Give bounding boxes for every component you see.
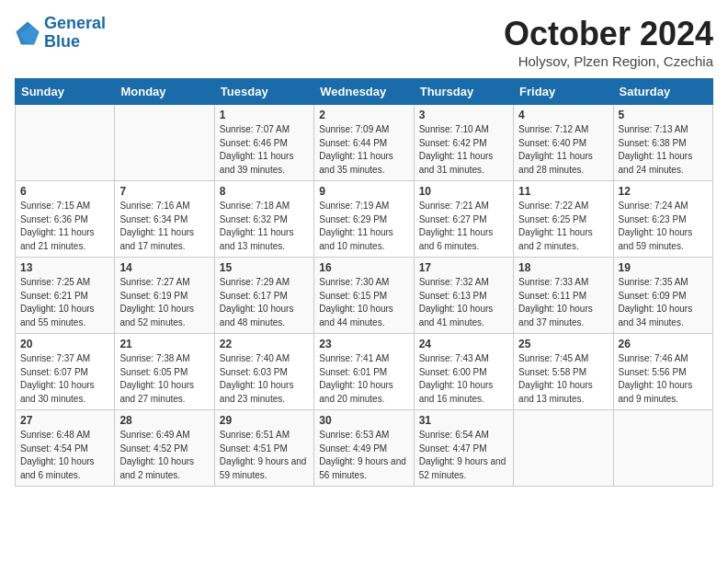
- day-number: 16: [319, 261, 408, 274]
- day-info: Sunrise: 7:13 AMSunset: 6:38 PMDaylight:…: [619, 123, 708, 177]
- calendar-week-row: 1Sunrise: 7:07 AMSunset: 6:46 PMDaylight…: [16, 105, 713, 181]
- logo: General Blue: [15, 15, 106, 52]
- calendar-week-row: 27Sunrise: 6:48 AMSunset: 4:54 PMDayligh…: [16, 410, 713, 487]
- calendar-cell: 11Sunrise: 7:22 AMSunset: 6:25 PMDayligh…: [514, 181, 613, 258]
- calendar-cell: 29Sunrise: 6:51 AMSunset: 4:51 PMDayligh…: [214, 410, 313, 487]
- location-subtitle: Holysov, Plzen Region, Czechia: [504, 53, 713, 69]
- day-number: 10: [419, 185, 508, 198]
- day-info: Sunrise: 7:12 AMSunset: 6:40 PMDaylight:…: [518, 123, 608, 177]
- day-info: Sunrise: 7:37 AMSunset: 6:07 PMDaylight:…: [20, 352, 109, 406]
- day-number: 31: [419, 414, 508, 427]
- calendar-cell: 15Sunrise: 7:29 AMSunset: 6:17 PMDayligh…: [214, 258, 313, 334]
- day-number: 29: [220, 414, 309, 427]
- calendar-cell: 22Sunrise: 7:40 AMSunset: 6:03 PMDayligh…: [214, 334, 313, 410]
- day-number: 2: [319, 109, 408, 121]
- day-info: Sunrise: 7:35 AMSunset: 6:09 PMDaylight:…: [619, 276, 708, 329]
- day-of-week-header: Wednesday: [314, 79, 414, 105]
- header-row: SundayMondayTuesdayWednesdayThursdayFrid…: [16, 79, 713, 105]
- day-of-week-header: Saturday: [613, 79, 712, 105]
- day-of-week-header: Tuesday: [214, 79, 313, 105]
- day-info: Sunrise: 7:27 AMSunset: 6:19 PMDaylight:…: [119, 276, 209, 329]
- calendar-cell: 4Sunrise: 7:12 AMSunset: 6:40 PMDaylight…: [514, 105, 613, 181]
- day-info: Sunrise: 7:30 AMSunset: 6:15 PMDaylight:…: [319, 276, 408, 329]
- calendar-cell: 17Sunrise: 7:32 AMSunset: 6:13 PMDayligh…: [414, 258, 513, 334]
- day-number: 23: [319, 338, 408, 350]
- day-info: Sunrise: 7:38 AMSunset: 6:05 PMDaylight:…: [119, 352, 209, 406]
- day-info: Sunrise: 7:10 AMSunset: 6:42 PMDaylight:…: [419, 123, 508, 177]
- calendar-body: 1Sunrise: 7:07 AMSunset: 6:46 PMDaylight…: [16, 105, 713, 487]
- day-info: Sunrise: 7:33 AMSunset: 6:11 PMDaylight:…: [518, 276, 608, 329]
- day-number: 28: [119, 414, 209, 427]
- day-info: Sunrise: 6:53 AMSunset: 4:49 PMDaylight:…: [319, 429, 408, 482]
- month-title: October 2024: [504, 15, 713, 53]
- day-number: 13: [20, 261, 109, 274]
- day-info: Sunrise: 7:40 AMSunset: 6:03 PMDaylight:…: [220, 352, 309, 406]
- day-number: 9: [319, 185, 408, 198]
- day-of-week-header: Monday: [115, 79, 214, 105]
- calendar-cell: 18Sunrise: 7:33 AMSunset: 6:11 PMDayligh…: [514, 258, 613, 334]
- calendar-cell: 30Sunrise: 6:53 AMSunset: 4:49 PMDayligh…: [314, 410, 414, 487]
- day-number: 19: [619, 261, 708, 274]
- day-info: Sunrise: 6:49 AMSunset: 4:52 PMDaylight:…: [119, 429, 209, 482]
- calendar-cell: 21Sunrise: 7:38 AMSunset: 6:05 PMDayligh…: [115, 334, 214, 410]
- day-number: 8: [220, 185, 309, 198]
- day-number: 15: [220, 261, 309, 274]
- day-info: Sunrise: 7:07 AMSunset: 6:46 PMDaylight:…: [220, 123, 309, 177]
- day-number: 1: [220, 109, 309, 121]
- day-number: 5: [619, 109, 708, 121]
- calendar-cell: 13Sunrise: 7:25 AMSunset: 6:21 PMDayligh…: [16, 258, 115, 334]
- day-number: 24: [419, 338, 508, 350]
- calendar-cell: 19Sunrise: 7:35 AMSunset: 6:09 PMDayligh…: [613, 258, 712, 334]
- calendar-cell: [514, 410, 613, 487]
- calendar-cell: 2Sunrise: 7:09 AMSunset: 6:44 PMDaylight…: [314, 105, 414, 181]
- day-number: 18: [518, 261, 608, 274]
- calendar-cell: 12Sunrise: 7:24 AMSunset: 6:23 PMDayligh…: [613, 181, 712, 258]
- day-number: 4: [518, 109, 608, 121]
- calendar-cell: 28Sunrise: 6:49 AMSunset: 4:52 PMDayligh…: [115, 410, 214, 487]
- day-info: Sunrise: 6:48 AMSunset: 4:54 PMDaylight:…: [20, 429, 109, 482]
- day-number: 3: [419, 109, 508, 121]
- calendar-cell: 24Sunrise: 7:43 AMSunset: 6:00 PMDayligh…: [414, 334, 513, 410]
- calendar-cell: 10Sunrise: 7:21 AMSunset: 6:27 PMDayligh…: [414, 181, 513, 258]
- calendar-cell: 27Sunrise: 6:48 AMSunset: 4:54 PMDayligh…: [16, 410, 115, 487]
- day-info: Sunrise: 7:22 AMSunset: 6:25 PMDaylight:…: [518, 200, 608, 253]
- day-info: Sunrise: 6:54 AMSunset: 4:47 PMDaylight:…: [419, 429, 508, 482]
- calendar-cell: [16, 105, 115, 181]
- day-number: 6: [20, 185, 109, 198]
- day-of-week-header: Friday: [514, 79, 613, 105]
- day-number: 22: [220, 338, 309, 350]
- calendar-cell: 26Sunrise: 7:46 AMSunset: 5:56 PMDayligh…: [613, 334, 712, 410]
- calendar-week-row: 6Sunrise: 7:15 AMSunset: 6:36 PMDaylight…: [16, 181, 713, 258]
- day-info: Sunrise: 7:18 AMSunset: 6:32 PMDaylight:…: [220, 200, 309, 253]
- day-number: 27: [20, 414, 109, 427]
- day-info: Sunrise: 7:43 AMSunset: 6:00 PMDaylight:…: [419, 352, 508, 406]
- day-number: 25: [518, 338, 608, 350]
- calendar-cell: 3Sunrise: 7:10 AMSunset: 6:42 PMDaylight…: [414, 105, 513, 181]
- day-info: Sunrise: 7:46 AMSunset: 5:56 PMDaylight:…: [619, 352, 708, 406]
- day-of-week-header: Sunday: [16, 79, 115, 105]
- day-info: Sunrise: 7:29 AMSunset: 6:17 PMDaylight:…: [220, 276, 309, 329]
- day-info: Sunrise: 7:09 AMSunset: 6:44 PMDaylight:…: [319, 123, 408, 177]
- calendar-cell: 31Sunrise: 6:54 AMSunset: 4:47 PMDayligh…: [414, 410, 513, 487]
- calendar-week-row: 20Sunrise: 7:37 AMSunset: 6:07 PMDayligh…: [16, 334, 713, 410]
- calendar-cell: 20Sunrise: 7:37 AMSunset: 6:07 PMDayligh…: [16, 334, 115, 410]
- page-header: General Blue October 2024 Holysov, Plzen…: [15, 15, 713, 69]
- calendar-cell: 14Sunrise: 7:27 AMSunset: 6:19 PMDayligh…: [115, 258, 214, 334]
- day-number: 26: [619, 338, 708, 350]
- day-info: Sunrise: 7:19 AMSunset: 6:29 PMDaylight:…: [319, 200, 408, 253]
- day-info: Sunrise: 7:45 AMSunset: 5:58 PMDaylight:…: [518, 352, 608, 406]
- calendar-cell: [115, 105, 214, 181]
- calendar-cell: 16Sunrise: 7:30 AMSunset: 6:15 PMDayligh…: [314, 258, 414, 334]
- calendar-cell: 5Sunrise: 7:13 AMSunset: 6:38 PMDaylight…: [613, 105, 712, 181]
- day-info: Sunrise: 7:25 AMSunset: 6:21 PMDaylight:…: [20, 276, 109, 329]
- day-info: Sunrise: 7:41 AMSunset: 6:01 PMDaylight:…: [319, 352, 408, 406]
- logo-text: General Blue: [44, 15, 106, 52]
- day-info: Sunrise: 7:21 AMSunset: 6:27 PMDaylight:…: [419, 200, 508, 253]
- day-of-week-header: Thursday: [414, 79, 513, 105]
- day-info: Sunrise: 7:24 AMSunset: 6:23 PMDaylight:…: [619, 200, 708, 253]
- day-number: 7: [119, 185, 209, 198]
- calendar-cell: 6Sunrise: 7:15 AMSunset: 6:36 PMDaylight…: [16, 181, 115, 258]
- day-number: 12: [619, 185, 708, 198]
- day-number: 30: [319, 414, 408, 427]
- logo-icon: [15, 20, 40, 46]
